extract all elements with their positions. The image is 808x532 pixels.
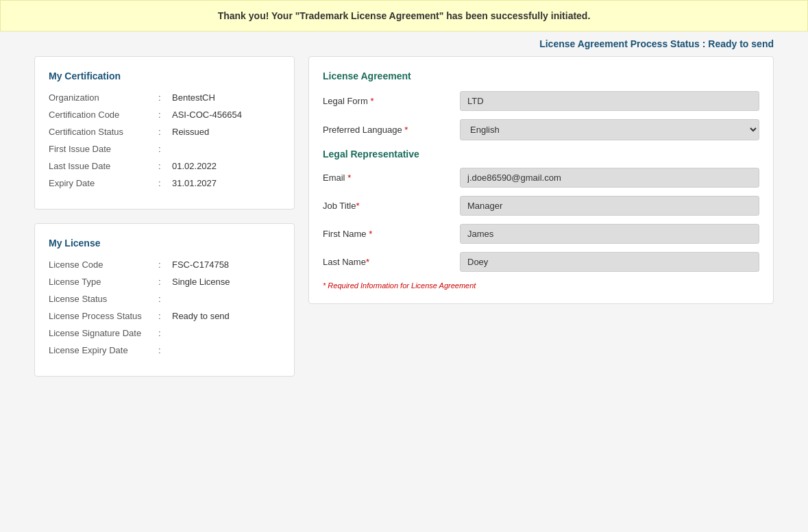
legal-form-label: Legal Form * [323,96,460,106]
field-license-process-status: License Process Status : Ready to send [49,311,280,321]
field-value-organization: BentestCH [172,92,280,103]
right-column: License Agreement Legal Form * Preferred… [308,56,774,377]
field-value-cert-code: ASI-COC-456654 [172,110,280,120]
status-label: License Agreement Process Status : [539,38,705,49]
field-label-license-status: License Status [49,294,158,304]
field-license-type: License Type : Single License [49,277,280,287]
job-title-required-marker: * [356,201,359,211]
field-sep-first-issue: : [158,144,172,154]
preferred-language-required-marker: * [404,125,408,135]
last-name-required-marker: * [366,257,369,267]
field-label-expiry: Expiry Date [49,178,158,188]
field-value-license-type: Single License [172,277,280,287]
field-expiry: Expiry Date : 31.01.2027 [49,178,280,188]
field-last-issue: Last Issue Date : 01.02.2022 [49,161,280,171]
last-name-label: Last Name* [323,257,460,267]
field-sep-last-issue: : [158,161,172,171]
field-license-status: License Status : [49,294,280,304]
field-label-license-code: License Code [49,259,158,270]
field-value-cert-status: Reissued [172,127,280,137]
field-label-cert-code: Certification Code [49,110,158,120]
legal-form-required-marker: * [370,96,374,106]
first-name-input[interactable] [460,224,759,244]
field-label-license-process-status: License Process Status [49,311,158,321]
required-note: * Required Information for License Agree… [323,281,759,290]
required-note-text: Required Information for License Agreeme… [328,281,476,290]
job-title-label: Job Title* [323,201,460,211]
email-row: Email * [323,168,759,188]
main-content: My Certification Organization : BentestC… [0,56,808,390]
success-banner: Thank you! Your "Trademark License Agree… [0,0,808,31]
field-cert-status: Certification Status : Reissued [49,127,280,137]
field-first-issue: First Issue Date : [49,144,280,154]
field-cert-code: Certification Code : ASI-COC-456654 [49,110,280,120]
field-sep-license-expiry-date: : [158,345,172,355]
field-value-expiry: 31.01.2027 [172,178,280,188]
first-name-required-marker: * [369,229,372,239]
field-sep-license-process-status: : [158,311,172,321]
banner-text: Thank you! Your "Trademark License Agree… [218,10,591,21]
field-value-license-code: FSC-C174758 [172,259,280,270]
field-label-first-issue: First Issue Date [49,144,158,154]
field-label-license-expiry-date: License Expiry Date [49,345,158,355]
job-title-input[interactable] [460,196,759,216]
license-title: My License [49,238,280,249]
preferred-language-select[interactable]: English French German Spanish [460,119,759,140]
preferred-language-row: Preferred Language * English French Germ… [323,119,759,140]
certification-title: My Certification [49,71,280,81]
field-organization: Organization : BentestCH [49,92,280,103]
email-input[interactable] [460,168,759,188]
certification-card: My Certification Organization : BentestC… [34,56,295,210]
field-license-signature-date: License Signature Date : [49,328,280,338]
field-sep-expiry: : [158,178,172,188]
field-value-last-issue: 01.02.2022 [172,161,280,171]
status-value: Ready to send [708,38,774,49]
first-name-label: First Name * [323,229,460,239]
field-value-license-process-status: Ready to send [172,311,280,321]
preferred-language-label: Preferred Language * [323,125,460,135]
legal-form-input[interactable] [460,91,759,111]
field-sep-organization: : [158,92,172,103]
field-label-organization: Organization [49,92,158,103]
field-label-last-issue: Last Issue Date [49,161,158,171]
legal-representative-title: Legal Representative [323,149,759,160]
email-required-marker: * [347,173,351,183]
field-label-license-signature-date: License Signature Date [49,328,158,338]
field-sep-cert-code: : [158,110,172,120]
last-name-row: Last Name* [323,252,759,272]
license-agreement-title: License Agreement [323,71,759,81]
job-title-row: Job Title* [323,196,759,216]
legal-form-row: Legal Form * [323,91,759,111]
last-name-input[interactable] [460,252,759,272]
left-column: My Certification Organization : BentestC… [34,56,295,377]
email-label: Email * [323,173,460,183]
field-sep-license-code: : [158,259,172,270]
status-bar: License Agreement Process Status : Ready… [0,31,808,56]
field-label-cert-status: Certification Status [49,127,158,137]
field-license-code: License Code : FSC-C174758 [49,259,280,270]
field-license-expiry-date: License Expiry Date : [49,345,280,355]
field-sep-cert-status: : [158,127,172,137]
field-label-license-type: License Type [49,277,158,287]
field-sep-license-status: : [158,294,172,304]
license-agreement-card: License Agreement Legal Form * Preferred… [308,56,774,304]
field-sep-license-type: : [158,277,172,287]
license-card: My License License Code : FSC-C174758 Li… [34,223,295,377]
field-sep-license-signature-date: : [158,328,172,338]
first-name-row: First Name * [323,224,759,244]
